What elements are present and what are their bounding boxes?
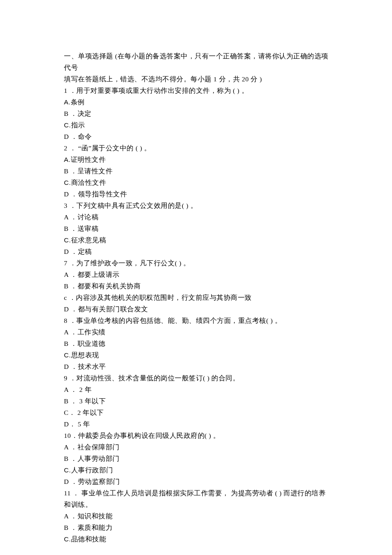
text-line: B ．呈请性文件	[64, 165, 330, 177]
text-line: c ．内容涉及其他机关的职权范围时，行文前应与其协商一致	[64, 292, 330, 303]
text-line: A.证明性文件	[64, 154, 330, 165]
text-line: 10．仲裁委员会办事机构设在同级人民政府的( ) 。	[64, 430, 330, 441]
text-line: C.品德和技能	[64, 533, 330, 545]
text-line: D ．领导指导性文件	[64, 188, 330, 200]
text-line: 1 ．用于对重要事项或重大行动作出安排的文件，称为 ( ) 。	[64, 85, 330, 96]
text-line: 一、单项选择题 (在每小题的备选答案中，只有一个正确答案，请将你认为正确的选项代…	[64, 50, 330, 73]
text-line: A.条例	[64, 96, 330, 108]
text-line: B ．送审稿	[64, 223, 330, 234]
text-line: D ．劳动监察部门	[64, 476, 330, 487]
text-line: C.人事行政部门	[64, 464, 330, 476]
text-line: 9 ．对流动性强、技术含量低的岗位一般签订( ) 的合同。	[64, 372, 330, 384]
text-line: C． 2 年以下	[64, 407, 330, 418]
text-line: B ． 3 年以下	[64, 395, 330, 407]
text-line: C.征求意见稿	[64, 234, 330, 246]
text-line: A ．讨论稿	[64, 211, 330, 223]
text-line: C.商洽性文件	[64, 177, 330, 188]
text-line: A ．社会保障部门	[64, 441, 330, 453]
text-line: D． 5 年	[64, 418, 330, 430]
text-line: B ．素质和能力	[64, 522, 330, 533]
text-line: 2 ． “函”属于公文中的 ( ) 。	[64, 142, 330, 154]
text-line: 7 ．为了维护政令一致，凡下行公文( ) 。	[64, 257, 330, 269]
text-line: C.指示	[64, 119, 330, 131]
text-line: D ．技术水平	[64, 361, 330, 372]
text-line: B ．职业道德	[64, 338, 330, 349]
text-line: A ．都要上级请示	[64, 269, 330, 280]
document-page: 一、单项选择题 (在每小题的备选答案中，只有一个正确答案，请将你认为正确的选项代…	[0, 0, 392, 555]
text-line: A ．工作实绩	[64, 326, 330, 338]
text-line: A ． 2 年	[64, 384, 330, 395]
text-line: D ．定稿	[64, 246, 330, 257]
text-line: B ．都要和有关机关协商	[64, 280, 330, 292]
text-line: B ．决定	[64, 108, 330, 119]
text-line: D ．命令	[64, 131, 330, 142]
text-line: B ．人事劳动部门	[64, 453, 330, 464]
text-line: 填写在答题纸上，错选、不选均不得分。每小题 1 分，共 20 分 )	[64, 73, 330, 85]
text-line: A ．知识和技能	[64, 510, 330, 522]
text-line: 8 ．事业单位考核的内容包括德、能、勤、绩四个方面，重点考核( ) 。	[64, 315, 330, 326]
text-line: 11 ． 事业单位工作人员培训是指根据实际工作需要， 为提高劳动者 ( ) 而进…	[64, 487, 330, 510]
text-line: C.思想表现	[64, 349, 330, 361]
text-line: 3 ．下列文稿中具有正式公文效用的是( ) 。	[64, 200, 330, 211]
text-line: D ．都与有关部门联合发文	[64, 303, 330, 315]
